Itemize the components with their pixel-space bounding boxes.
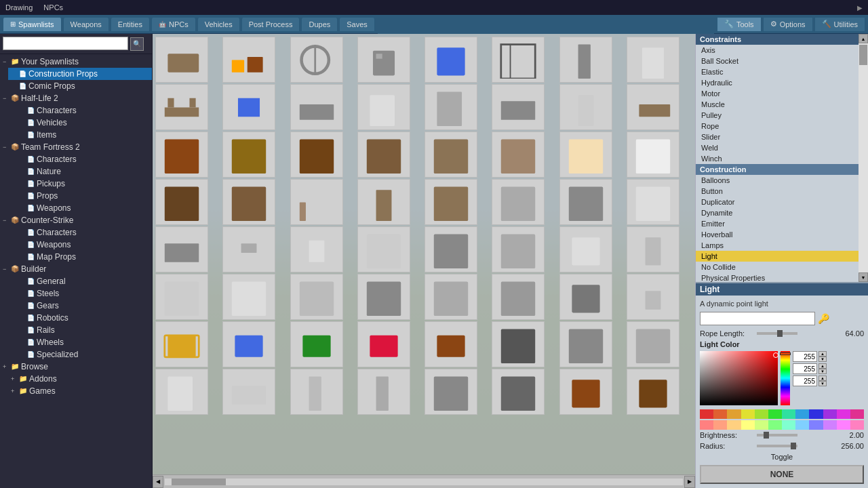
construction-balloons[interactable]: Balloons [696, 175, 859, 186]
scroll-left-button[interactable]: ◀ [153, 476, 163, 488]
prop-item[interactable] [222, 131, 275, 178]
prop-item[interactable] [627, 131, 679, 178]
tab-spawnlists[interactable]: ⊞ Spawnlists [3, 17, 62, 32]
prop-item[interactable] [425, 179, 477, 225]
prop-item[interactable] [357, 84, 410, 130]
prop-item[interactable] [222, 179, 275, 225]
prop-grid-container[interactable] [153, 34, 695, 474]
tree-tf2-props[interactable]: 📄 Props [16, 190, 152, 202]
tree-tf2-weapons[interactable]: 📄 Weapons [16, 202, 152, 214]
tree-builder-wheels[interactable]: 📄 Wheels [16, 336, 152, 348]
tree-tf2[interactable]: − 📦 Team Fortress 2 [0, 141, 152, 153]
vscroll-down-button[interactable]: ▼ [859, 272, 868, 282]
tree-cs-weapons[interactable]: 📄 Weapons [16, 239, 152, 251]
prop-item[interactable] [222, 37, 275, 83]
menu-npcs[interactable]: NPCs [43, 3, 63, 12]
tree-tf2-characters[interactable]: 📄 Characters [16, 153, 152, 165]
prop-item[interactable] [357, 369, 410, 415]
prop-item[interactable] [627, 84, 679, 130]
palette-color[interactable] [741, 409, 755, 419]
palette-color[interactable] [713, 409, 727, 419]
slider-thumb[interactable] [777, 330, 783, 337]
construction-no-collide[interactable]: No Collide [696, 262, 859, 272]
color-gradient-area[interactable] [700, 351, 778, 405]
palette-color[interactable] [837, 420, 850, 430]
tab-tools[interactable]: 🔧 Tools [717, 17, 762, 32]
vscroll-up-button[interactable]: ▲ [859, 34, 868, 43]
constraint-muscle[interactable]: Muscle [696, 99, 859, 110]
prop-item[interactable] [290, 274, 343, 320]
search-input[interactable] [3, 37, 128, 50]
red-input[interactable] [793, 351, 817, 362]
constraint-slider[interactable]: Slider [696, 131, 859, 142]
blue-down[interactable]: ▼ [818, 381, 827, 386]
palette-color[interactable] [809, 409, 823, 419]
prop-item[interactable] [627, 179, 679, 225]
blue-up[interactable]: ▲ [818, 375, 827, 381]
palette-color[interactable] [768, 420, 782, 430]
palette-color[interactable] [727, 420, 741, 430]
tab-saves[interactable]: Saves [339, 17, 375, 32]
tab-npcs[interactable]: 🤖 NPCs [151, 17, 196, 32]
construction-button[interactable]: Button [696, 186, 859, 197]
palette-color[interactable] [713, 420, 727, 430]
tree-cs-characters[interactable]: 📄 Characters [16, 226, 152, 239]
prop-item[interactable] [222, 226, 275, 272]
prop-item[interactable] [425, 369, 477, 415]
prop-item[interactable] [627, 274, 679, 320]
prop-item[interactable] [290, 226, 343, 272]
prop-item[interactable] [425, 274, 477, 320]
prop-item[interactable] [290, 37, 343, 83]
tree-games[interactable]: + 📁 Games [8, 385, 152, 397]
horizontal-scroll-thumb[interactable] [172, 479, 226, 485]
light-dropdown[interactable] [700, 312, 815, 325]
palette-color[interactable] [755, 409, 768, 419]
prop-item[interactable] [222, 321, 275, 367]
constraint-ball-socket[interactable]: Ball Socket [696, 56, 859, 66]
construction-emitter[interactable]: Emitter [696, 218, 859, 229]
tree-builder-rails[interactable]: 📄 Rails [16, 324, 152, 336]
slider-thumb[interactable] [791, 443, 796, 449]
prop-item[interactable] [492, 369, 545, 415]
palette-color[interactable] [837, 409, 850, 419]
constraint-pulley[interactable]: Pulley [696, 110, 859, 121]
tab-entities[interactable]: Entities [111, 17, 150, 32]
tree-hl2-characters[interactable]: 📄 Characters [16, 104, 152, 117]
prop-item[interactable] [222, 84, 275, 130]
tab-dupes[interactable]: Dupes [301, 17, 338, 32]
constraint-motor[interactable]: Motor [696, 88, 859, 99]
prop-item[interactable] [155, 369, 208, 415]
constraint-hydraulic[interactable]: Hydraulic [696, 77, 859, 88]
prop-item[interactable] [492, 226, 545, 272]
slider-thumb[interactable] [764, 432, 769, 439]
tree-comic-props[interactable]: 📄 Comic Props [8, 80, 152, 92]
palette-color[interactable] [700, 420, 713, 430]
none-button[interactable]: NONE [700, 465, 864, 484]
construction-hoverball[interactable]: Hoverball [696, 229, 859, 240]
prop-item[interactable] [155, 321, 208, 367]
prop-item[interactable] [492, 131, 545, 178]
tree-builder-general[interactable]: 📄 General [16, 275, 152, 287]
prop-item[interactable] [627, 226, 679, 272]
tree-builder-gears[interactable]: 📄 Gears [16, 300, 152, 312]
palette-color[interactable] [755, 420, 768, 430]
tab-post-process[interactable]: Post Process [241, 17, 300, 32]
tree-tf2-pickups[interactable]: 📄 Pickups [16, 178, 152, 190]
constraint-rope[interactable]: Rope [696, 121, 859, 131]
tree-construction-props[interactable]: 📄 Construction Props [8, 68, 152, 80]
palette-color[interactable] [823, 409, 837, 419]
tree-hl2-vehicles[interactable]: 📄 Vehicles [16, 117, 152, 129]
prop-item[interactable] [155, 37, 208, 83]
prop-item[interactable] [559, 131, 612, 178]
palette-color[interactable] [809, 420, 823, 430]
prop-item[interactable] [492, 84, 545, 130]
tree-cs[interactable]: − 📦 Counter-Strike [0, 214, 152, 226]
hue-strip[interactable] [781, 351, 790, 405]
green-down[interactable]: ▼ [818, 369, 827, 374]
tree-browse[interactable]: + 📁 Browse [0, 361, 152, 373]
construction-dynamite[interactable]: Dynamite [696, 207, 859, 218]
tree-your-spawnlists[interactable]: − 📁 Your Spawnlists [0, 56, 152, 68]
palette-color[interactable] [850, 409, 864, 419]
tab-vehicles[interactable]: Vehicles [197, 17, 240, 32]
prop-item[interactable] [357, 131, 410, 178]
